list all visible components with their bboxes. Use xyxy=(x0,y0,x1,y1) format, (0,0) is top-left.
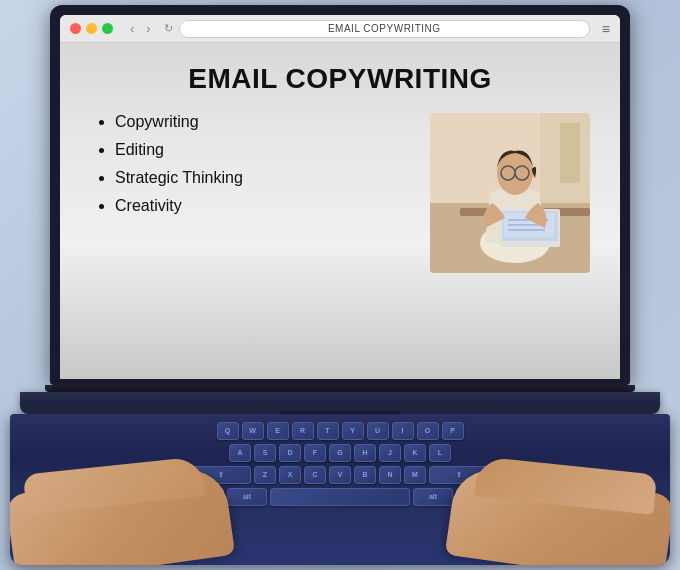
key-ctrl[interactable]: ctrl xyxy=(184,488,224,506)
refresh-icon[interactable]: ↻ xyxy=(164,22,173,35)
key-l[interactable]: L xyxy=(429,444,451,462)
key-z[interactable]: Z xyxy=(254,466,276,484)
close-button[interactable] xyxy=(70,23,81,34)
key-f[interactable]: F xyxy=(304,444,326,462)
list-item: Copywriting xyxy=(115,113,430,131)
bullet-list: Copywriting Editing Strategic Thinking C… xyxy=(90,113,430,225)
list-item: Creativity xyxy=(115,197,430,215)
svg-rect-15 xyxy=(560,123,580,183)
list-item: Strategic Thinking xyxy=(115,169,430,187)
keyboard-keys: Q W E R T Y U I O P A S D F G H J K L xyxy=(22,422,658,506)
key-shift[interactable]: ⇧ xyxy=(191,466,251,484)
key-c[interactable]: C xyxy=(304,466,326,484)
key-b[interactable]: B xyxy=(354,466,376,484)
key-alt[interactable]: alt xyxy=(227,488,267,506)
key-s[interactable]: S xyxy=(254,444,276,462)
laptop-wrapper: ‹ › ↻ EMAIL COPYWRITING ≡ EMAIL COPYWRIT… xyxy=(20,5,660,565)
key-j[interactable]: J xyxy=(379,444,401,462)
key-alt-right[interactable]: alt xyxy=(413,488,453,506)
laptop-base xyxy=(20,392,660,413)
key-h[interactable]: H xyxy=(354,444,376,462)
key-shift-right[interactable]: ⇧ xyxy=(429,466,489,484)
key-row-2: A S D F G H J K L xyxy=(22,444,658,462)
key-r[interactable]: R xyxy=(292,422,314,440)
key-i[interactable]: I xyxy=(392,422,414,440)
menu-icon[interactable]: ≡ xyxy=(602,21,610,37)
keyboard: Q W E R T Y U I O P A S D F G H J K L xyxy=(10,414,670,565)
key-a[interactable]: A xyxy=(229,444,251,462)
key-row-3: ⇧ Z X C V B N M ⇧ xyxy=(22,466,658,484)
key-row-1: Q W E R T Y U I O P xyxy=(22,422,658,440)
browser-titlebar: ‹ › ↻ EMAIL COPYWRITING ≡ xyxy=(60,15,620,43)
browser-window: ‹ › ↻ EMAIL COPYWRITING ≡ EMAIL COPYWRIT… xyxy=(60,15,620,379)
key-y[interactable]: Y xyxy=(342,422,364,440)
key-x[interactable]: X xyxy=(279,466,301,484)
browser-nav: ‹ › ↻ EMAIL COPYWRITING ≡ xyxy=(127,19,610,38)
maximize-button[interactable] xyxy=(102,23,113,34)
key-v[interactable]: V xyxy=(329,466,351,484)
key-m[interactable]: M xyxy=(404,466,426,484)
key-u[interactable]: U xyxy=(367,422,389,440)
key-ctrl-right[interactable]: ctrl xyxy=(456,488,496,506)
key-w[interactable]: W xyxy=(242,422,264,440)
key-e[interactable]: E xyxy=(267,422,289,440)
website-content: EMAIL COPYWRITING Copywriting Editing St… xyxy=(60,43,620,379)
key-space[interactable] xyxy=(270,488,410,506)
key-k[interactable]: K xyxy=(404,444,426,462)
key-t[interactable]: T xyxy=(317,422,339,440)
person-image xyxy=(430,113,590,273)
laptop-screen: ‹ › ↻ EMAIL COPYWRITING ≡ EMAIL COPYWRIT… xyxy=(50,5,630,385)
list-item: Editing xyxy=(115,141,430,159)
url-text: EMAIL COPYWRITING xyxy=(328,23,441,34)
key-p[interactable]: P xyxy=(442,422,464,440)
minimize-button[interactable] xyxy=(86,23,97,34)
content-area: Copywriting Editing Strategic Thinking C… xyxy=(90,113,590,273)
laptop-hinge xyxy=(45,385,635,393)
back-button[interactable]: ‹ xyxy=(127,19,137,38)
key-o[interactable]: O xyxy=(417,422,439,440)
key-row-4: ctrl alt alt ctrl xyxy=(22,488,658,506)
address-bar[interactable]: EMAIL COPYWRITING xyxy=(179,20,590,38)
page-title: EMAIL COPYWRITING xyxy=(90,63,590,95)
key-d[interactable]: D xyxy=(279,444,301,462)
traffic-lights xyxy=(70,23,113,34)
key-n[interactable]: N xyxy=(379,466,401,484)
key-g[interactable]: G xyxy=(329,444,351,462)
forward-button[interactable]: › xyxy=(143,19,153,38)
key-q[interactable]: Q xyxy=(217,422,239,440)
